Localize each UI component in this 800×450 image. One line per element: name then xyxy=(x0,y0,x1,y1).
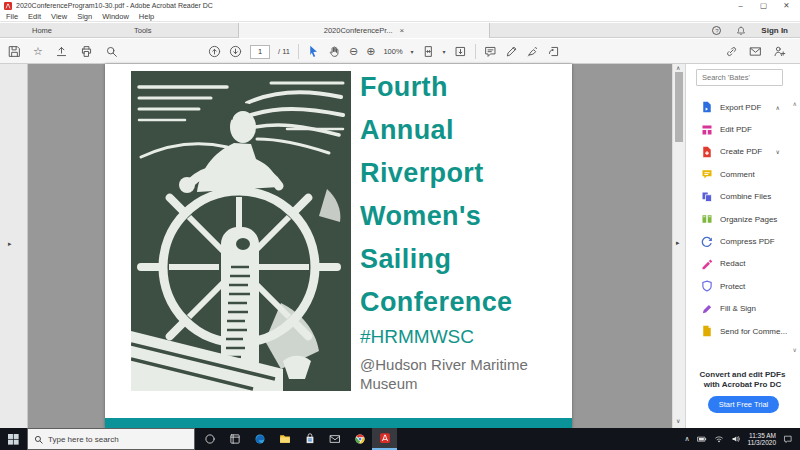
acrobat-logo-icon xyxy=(4,2,12,10)
menu-file[interactable]: File xyxy=(6,12,18,21)
sidebar-item-compress-pdf[interactable]: Compress PDF xyxy=(686,230,794,252)
redact-icon xyxy=(701,258,713,270)
scrollbar-thumb[interactable] xyxy=(675,72,683,142)
chevron-up-icon[interactable]: ∧ xyxy=(776,104,780,111)
zoom-out-icon[interactable]: ⊖ xyxy=(349,45,358,58)
email-icon[interactable] xyxy=(749,45,762,58)
minimize-button[interactable]: – xyxy=(729,0,752,11)
sign-tool-icon[interactable] xyxy=(526,45,539,58)
clock-time: 11:35 AM xyxy=(748,432,776,440)
scroll-down-icon[interactable]: ∨ xyxy=(676,418,680,424)
menu-view[interactable]: View xyxy=(51,12,67,21)
zoom-level-label[interactable]: 100% xyxy=(383,47,402,56)
file-explorer-icon[interactable] xyxy=(272,428,297,450)
chrome-icon[interactable] xyxy=(347,428,372,450)
poster-title-line: Riverport xyxy=(360,152,513,195)
tab-document-label: 2020ConferencePr... xyxy=(324,26,393,35)
speaker-icon[interactable] xyxy=(731,434,741,444)
sidebar-scroll-down-icon[interactable]: ∨ xyxy=(793,346,797,353)
sidebar-item-organize-pages[interactable]: Organize Pages xyxy=(686,208,794,230)
print-icon[interactable] xyxy=(80,45,93,58)
send-share-icon[interactable] xyxy=(547,45,560,58)
action-center-icon[interactable] xyxy=(783,434,793,444)
fit-caret-icon[interactable]: ▾ xyxy=(443,48,446,55)
taskbar-search-box[interactable]: Type here to search xyxy=(27,428,195,450)
sidebar-scroll-up-icon[interactable]: ∧ xyxy=(793,100,797,107)
start-button[interactable] xyxy=(0,428,27,450)
menu-window[interactable]: Window xyxy=(102,12,129,21)
toolbar-divider xyxy=(475,44,476,59)
sidebar-item-protect[interactable]: Protect xyxy=(686,275,794,297)
comment-tool-icon[interactable] xyxy=(484,45,497,58)
sidebar-item-combine-files[interactable]: Combine Files xyxy=(686,186,794,208)
taskbar-clock[interactable]: 11:35 AM 11/3/2020 xyxy=(748,432,776,447)
sidebar-item-comment[interactable]: Comment xyxy=(686,163,794,185)
search-icon[interactable] xyxy=(105,45,118,58)
menu-bar: File Edit View Sign Window Help xyxy=(0,11,800,22)
fit-width-icon[interactable] xyxy=(454,45,467,58)
microsoft-store-icon[interactable] xyxy=(297,428,322,450)
navigation-pane-rail[interactable]: ▸ xyxy=(0,64,28,428)
protect-icon xyxy=(701,280,713,292)
notifications-bell-icon[interactable] xyxy=(736,26,746,36)
save-icon[interactable] xyxy=(8,45,21,58)
zoom-in-icon[interactable]: ⊕ xyxy=(366,45,375,58)
search-icon xyxy=(34,435,43,444)
fill-sign-icon xyxy=(701,303,713,315)
previous-page-icon[interactable] xyxy=(208,45,221,58)
sidebar-item-send-for-comments[interactable]: Send for Comme... xyxy=(686,320,794,342)
menu-edit[interactable]: Edit xyxy=(28,12,41,21)
tab-home[interactable]: Home xyxy=(32,23,52,38)
menu-help[interactable]: Help xyxy=(139,12,154,21)
hand-tool-icon[interactable] xyxy=(328,45,341,58)
pencil-tool-icon[interactable] xyxy=(505,45,518,58)
tab-strip: Home Tools 2020ConferencePr... × ? Sign … xyxy=(0,23,800,38)
sidebar-item-fill-sign[interactable]: Fill & Sign xyxy=(686,298,794,320)
sidebar-item-export-pdf[interactable]: Export PDF ∧ xyxy=(686,96,794,118)
add-person-icon[interactable] xyxy=(773,45,786,58)
tab-document[interactable]: 2020ConferencePr... × xyxy=(238,23,490,38)
sidebar-search-input[interactable] xyxy=(696,69,783,86)
next-page-icon[interactable] xyxy=(229,45,242,58)
star-icon[interactable]: ☆ xyxy=(33,45,43,58)
tab-close-icon[interactable]: × xyxy=(400,26,405,35)
sign-in-button[interactable]: Sign In xyxy=(761,26,788,35)
acrobat-reader-taskbar-icon[interactable] xyxy=(372,428,397,450)
help-icon[interactable]: ? xyxy=(712,26,721,35)
page-number-input[interactable] xyxy=(250,45,270,59)
main-toolbar: ☆ / 11 ⊖ ⊕ 100% ▾ ▾ xyxy=(0,39,800,64)
taskbar-search-placeholder: Type here to search xyxy=(48,435,119,444)
scroll-up-icon[interactable]: ∧ xyxy=(676,65,680,71)
create-pdf-icon xyxy=(701,146,713,158)
sidebar-item-create-pdf[interactable]: Create PDF ∨ xyxy=(686,141,794,163)
share-upload-icon[interactable] xyxy=(55,45,68,58)
battery-icon[interactable] xyxy=(697,434,707,444)
collapse-right-panel-icon[interactable]: ▸ xyxy=(676,239,680,247)
sidebar-item-redact[interactable]: Redact xyxy=(686,253,794,275)
poster-hashtag: #HRMMWSC xyxy=(360,326,474,348)
tab-tools[interactable]: Tools xyxy=(134,23,152,38)
page-total-label: / 11 xyxy=(278,47,290,56)
poster-footer-band xyxy=(105,418,572,428)
menu-sign[interactable]: Sign xyxy=(77,12,92,21)
sidebar-item-edit-pdf[interactable]: Edit PDF xyxy=(686,118,794,140)
share-link-icon[interactable] xyxy=(725,45,738,58)
hidden-icons-chevron[interactable]: ∧ xyxy=(684,435,689,443)
wifi-icon[interactable] xyxy=(714,434,724,444)
cortana-icon[interactable] xyxy=(197,428,222,450)
chevron-down-icon[interactable]: ∨ xyxy=(776,148,780,155)
organize-pages-icon xyxy=(701,213,713,225)
poster-title: Fourth Annual Riverport Women's Sailing … xyxy=(360,66,513,324)
fit-page-icon[interactable] xyxy=(422,45,435,58)
expand-left-panel-icon[interactable]: ▸ xyxy=(8,240,12,248)
start-free-trial-button[interactable]: Start Free Trial xyxy=(708,396,779,413)
select-tool-icon[interactable] xyxy=(307,45,320,58)
mail-icon[interactable] xyxy=(322,428,347,450)
close-button[interactable]: ✕ xyxy=(775,0,798,11)
comment-icon xyxy=(701,168,713,180)
edge-icon[interactable] xyxy=(247,428,272,450)
task-view-icon[interactable] xyxy=(222,428,247,450)
document-scrollbar[interactable]: ∧ ▸ ∨ xyxy=(672,64,685,428)
zoom-caret-icon[interactable]: ▾ xyxy=(411,48,414,55)
maximize-button[interactable]: ▢ xyxy=(752,0,775,11)
